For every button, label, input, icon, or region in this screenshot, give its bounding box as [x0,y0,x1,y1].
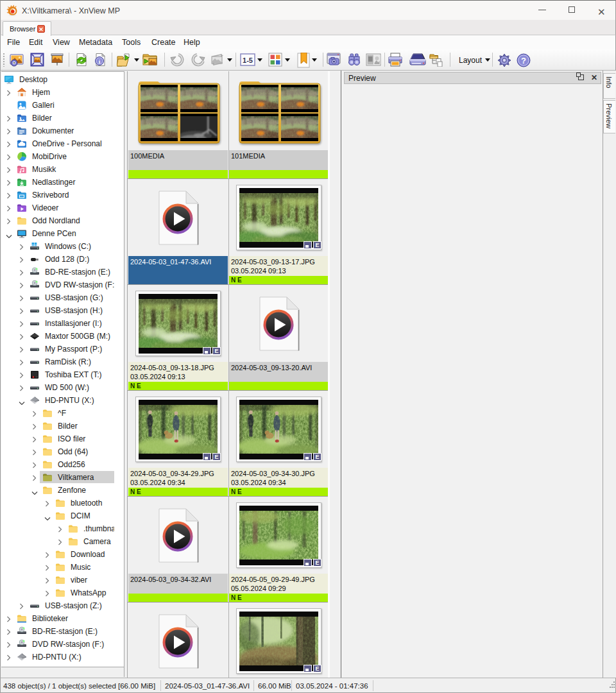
svg-text:?: ? [521,56,526,65]
svg-text:1-5: 1-5 [243,56,253,64]
